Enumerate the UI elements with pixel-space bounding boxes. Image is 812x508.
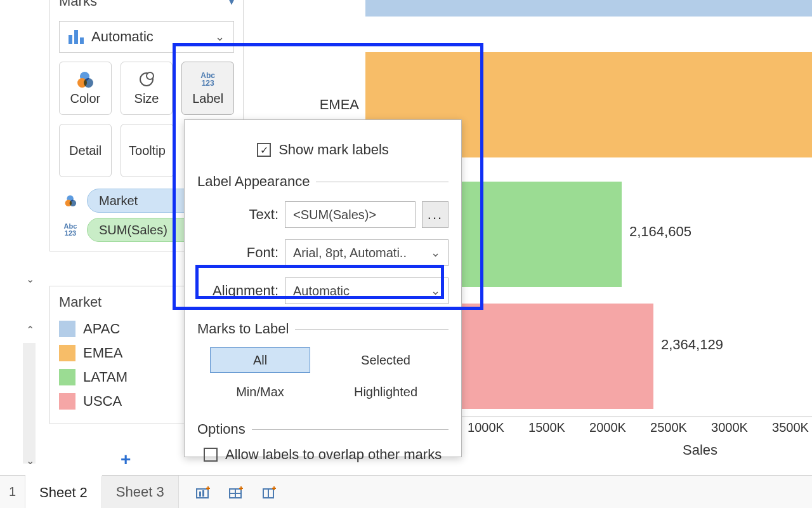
size-icon <box>140 72 154 86</box>
new-story-icon[interactable] <box>261 485 278 499</box>
tick: 2500K <box>650 420 687 435</box>
label-button-label: Label <box>192 91 223 106</box>
marks-to-label-minmax[interactable]: Min/Max <box>210 379 310 404</box>
alignment-dropdown[interactable]: Automatic⌄ <box>285 277 449 304</box>
svg-rect-2 <box>202 490 204 497</box>
tick: 3000K <box>711 420 748 435</box>
tick: 2000K <box>589 420 626 435</box>
left-gutter: ⌄ ⌃ ⌄ <box>0 0 36 470</box>
mark-type-label: Automatic <box>91 29 154 45</box>
marks-to-label-title: Marks to Label <box>197 321 289 337</box>
color-button-label: Color <box>70 91 100 106</box>
allow-overlap-checkbox[interactable] <box>204 448 218 462</box>
options-title: Options <box>197 421 246 438</box>
scroll-down-icon[interactable]: ⌄ <box>23 455 37 467</box>
sheet-tab-2[interactable]: Sheet 2 <box>25 475 102 508</box>
swatch-icon <box>59 345 75 361</box>
row-label-emea: EMEA <box>251 97 359 113</box>
size-button-label: Size <box>134 91 159 106</box>
tick: 3500K <box>772 420 809 435</box>
tick: 1000K <box>468 420 504 435</box>
marks-to-label-selected[interactable]: Selected <box>336 347 436 373</box>
legend-label: APAC <box>83 321 120 337</box>
label-appearance-title: Label Appearance <box>197 173 310 190</box>
label-icon: Abc123 <box>64 223 77 237</box>
new-worksheet-icon[interactable] <box>195 485 212 499</box>
text-label: Text: <box>197 206 278 223</box>
tooltip-button-label: Tooltip <box>129 144 166 158</box>
detail-button-label: Detail <box>69 144 102 158</box>
label-text-field[interactable]: <SUM(Sales)> <box>285 201 416 228</box>
marks-to-label-all[interactable]: All <box>210 347 310 373</box>
scroll-track[interactable] <box>23 343 36 464</box>
chevron-down-icon: ⌄ <box>215 30 225 44</box>
color-button[interactable]: Color <box>59 62 112 115</box>
scroll-down-icon[interactable]: ⌄ <box>23 273 37 285</box>
label-icon: Abc123 <box>200 72 215 87</box>
label-button[interactable]: Abc123 Label <box>181 62 234 115</box>
color-icon <box>65 196 76 206</box>
pill-sum-sales-label: SUM(Sales) <box>99 223 167 237</box>
sheet-tab-bar: 1 Sheet 2 Sheet 3 <box>0 475 812 508</box>
alignment-label: Alignment: <box>197 283 278 299</box>
new-dashboard-icon[interactable] <box>228 485 245 499</box>
legend-label: LATAM <box>83 369 128 385</box>
detail-button[interactable]: Detail <box>59 124 112 177</box>
sheet-tab-1[interactable]: 1 <box>0 476 25 508</box>
card-menu-icon[interactable]: ▾ <box>229 0 234 8</box>
size-button[interactable]: Size <box>121 62 173 115</box>
mark-type-dropdown[interactable]: Automatic ⌄ <box>59 21 234 53</box>
allow-overlap-label: Allow labels to overlap other marks <box>225 446 442 463</box>
swatch-icon <box>59 393 75 410</box>
add-icon[interactable]: + <box>121 450 131 470</box>
pill-market-label: Market <box>99 194 138 208</box>
label-options-popover: ✓ Show mark labels Label Appearance Text… <box>184 119 462 457</box>
color-icon <box>77 72 93 87</box>
tick: 1500K <box>528 420 565 435</box>
marks-to-label-highlighted[interactable]: Highlighted <box>336 379 436 404</box>
show-mark-labels-checkbox[interactable]: ✓ <box>257 143 271 157</box>
font-dropdown[interactable]: Arial, 8pt, Automati..⌄ <box>285 239 449 266</box>
x-axis-title: Sales <box>683 442 717 458</box>
data-label-usca: 2,364,129 <box>661 337 723 353</box>
legend-label: USCA <box>83 393 122 410</box>
chevron-down-icon: ⌄ <box>431 284 440 298</box>
chevron-down-icon: ⌄ <box>431 246 440 260</box>
scroll-up-icon[interactable]: ⌃ <box>23 324 37 336</box>
bar-chart-icon <box>69 30 84 44</box>
show-mark-labels-label: Show mark labels <box>278 142 389 158</box>
label-text-value: <SUM(Sales)> <box>293 208 376 222</box>
alignment-value: Automatic <box>293 284 350 298</box>
bar-apac[interactable] <box>365 0 812 17</box>
sheet-tab-3[interactable]: Sheet 3 <box>102 476 179 508</box>
legend-label: EMEA <box>83 345 122 361</box>
tooltip-button[interactable]: Tooltip <box>121 124 173 177</box>
swatch-icon <box>59 369 75 385</box>
svg-rect-1 <box>199 491 201 497</box>
swatch-icon <box>59 321 75 337</box>
marks-title: Marks <box>59 0 97 10</box>
font-value: Arial, 8pt, Automati.. <box>293 246 407 260</box>
data-label-latam: 2,164,605 <box>629 224 691 240</box>
font-label: Font: <box>197 244 278 261</box>
edit-label-button[interactable]: ... <box>422 201 449 228</box>
